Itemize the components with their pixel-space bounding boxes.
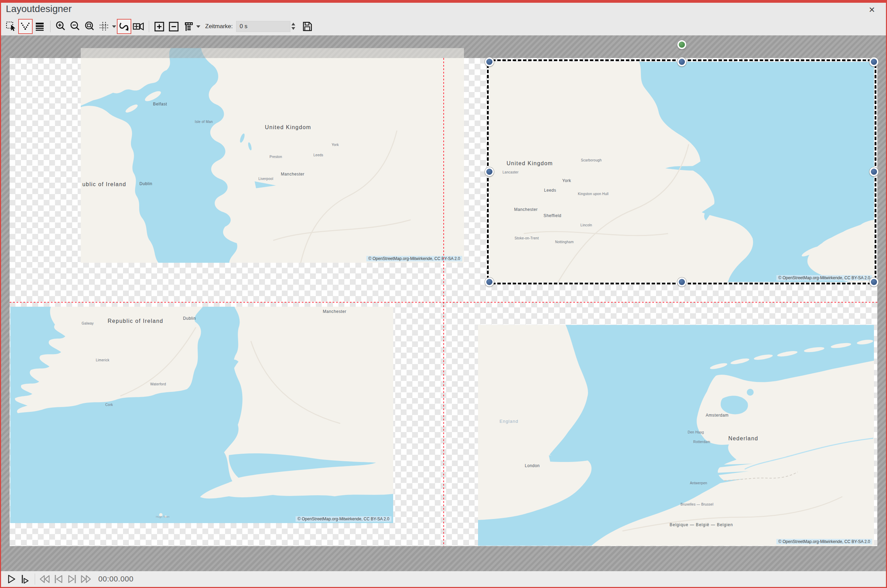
fast-forward-icon (80, 574, 92, 584)
map-labels: Republic of IrelandDublinGalwayLimerickW… (10, 307, 393, 523)
map-label: England (499, 418, 518, 423)
map-label: Manchester (281, 172, 305, 177)
resize-handle-ne[interactable] (869, 57, 878, 66)
properties-tool-button[interactable] (181, 19, 195, 34)
selection-border[interactable] (489, 62, 874, 282)
map-label: Nederland (728, 435, 758, 442)
minus-square-icon (168, 21, 180, 32)
grid-icon (98, 21, 110, 32)
layers-icon (34, 21, 46, 32)
select-icon (5, 21, 17, 32)
properties-dropdown-arrow[interactable] (195, 19, 201, 34)
map-label: Hugh Town (156, 515, 170, 518)
curve-icon (118, 21, 130, 32)
map-label: Leeds (313, 153, 323, 157)
camera-pan-icon (132, 21, 145, 32)
resize-handle-n[interactable] (677, 57, 686, 66)
layoutdesigner-window: Layoutdesigner × (0, 0, 887, 588)
play-button[interactable] (5, 572, 18, 586)
layers-tool-button[interactable] (33, 19, 47, 34)
map-labels: United Kingdomublic of IrelandBelfastDub… (81, 48, 464, 263)
window-accent-bar (1, 0, 886, 3)
map-label: Belfast (153, 102, 167, 106)
map-label: Manchester (323, 309, 346, 314)
step-back-button[interactable] (51, 572, 65, 586)
resize-handle-s[interactable] (677, 278, 686, 286)
map-label: Liverpool (259, 177, 273, 181)
fast-forward-button[interactable] (79, 572, 93, 586)
save-icon (301, 21, 313, 32)
zeitmarke-input[interactable] (236, 21, 290, 32)
step-forward-button[interactable] (65, 572, 79, 586)
map-object-top-left[interactable]: United Kingdomublic of IrelandBelfastDub… (81, 48, 464, 263)
play-icon (6, 574, 17, 584)
map-label: Dublin (140, 182, 153, 186)
map-label: Preston (269, 155, 282, 159)
rotate-handle[interactable] (677, 40, 686, 49)
grid-dropdown-arrow[interactable] (111, 19, 117, 34)
map-label: Cork (105, 402, 113, 406)
map-label: Limerick (96, 358, 110, 362)
resize-handle-nw[interactable] (485, 57, 494, 66)
map-label: Amsterdam (705, 413, 729, 418)
map-label: Waterford (150, 382, 166, 386)
map-label: ublic of Ireland (82, 182, 126, 188)
map-label: Isle of Man (195, 120, 213, 123)
map-object-bottom-left[interactable]: Republic of IrelandDublinGalwayLimerickW… (10, 307, 393, 523)
close-icon[interactable]: × (866, 4, 878, 16)
play-from-marker-button[interactable] (18, 572, 32, 586)
resize-handle-w[interactable] (485, 167, 494, 176)
save-button[interactable] (300, 19, 314, 34)
resize-handle-se[interactable] (869, 278, 878, 286)
resize-handle-sw[interactable] (485, 278, 494, 286)
resize-handle-e[interactable] (869, 167, 878, 176)
point-select-icon (20, 21, 31, 32)
layout-canvas[interactable]: United Kingdomublic of IrelandBelfastDub… (1, 35, 886, 571)
rewind-icon (39, 574, 51, 584)
map-label: United Kingdom (265, 124, 311, 130)
map-label: Republic of Ireland (108, 318, 163, 324)
map-object-bottom-right[interactable]: EnglandLondonAmsterdamDen HaagRotterdamN… (478, 325, 874, 546)
play-from-marker-icon (20, 574, 30, 584)
map-label: Rotterdam (693, 440, 710, 444)
toolbar-separator (50, 21, 51, 32)
add-tool-button[interactable] (152, 19, 167, 34)
map-label: Galway (81, 321, 93, 325)
map-attribution: © OpenStreetMap.org-Mitwirkende, CC BY-S… (296, 516, 391, 522)
zeitmarke-spinner[interactable] (292, 22, 295, 30)
spin-down-icon[interactable] (292, 27, 295, 30)
center-guide-horizontal (10, 302, 877, 303)
toolbar-separator (149, 21, 149, 32)
zoom-fit-tool-button[interactable] (83, 19, 97, 34)
step-back-icon (53, 574, 63, 584)
map-label: Dublin (183, 316, 196, 321)
titlebar: Layoutdesigner × (1, 3, 886, 17)
remove-tool-button[interactable] (167, 19, 181, 34)
map-label: London (525, 464, 540, 468)
map-attribution: © OpenStreetMap.org-Mitwirkende, CC BY-S… (366, 256, 462, 261)
toolbar: Zeitmarke: (1, 17, 886, 35)
zoom-in-icon (55, 21, 67, 32)
playback-time: 00:00.000 (98, 574, 133, 584)
spin-up-icon[interactable] (292, 22, 295, 26)
step-forward-icon (67, 574, 77, 584)
window-title: Layoutdesigner (6, 3, 72, 14)
map-label: Den Haag (688, 430, 704, 434)
camera-pan-tool-button[interactable] (131, 19, 146, 34)
playback-bar: 00:00.000 (1, 571, 886, 587)
map-label: Antwerpen (690, 481, 707, 484)
zoom-in-tool-button[interactable] (54, 19, 68, 34)
zoom-out-icon (69, 21, 81, 32)
point-select-tool-button[interactable] (18, 19, 33, 34)
zeitmarke-label: Zeitmarke: (205, 23, 233, 30)
plus-square-icon (153, 21, 165, 32)
rewind-button[interactable] (38, 572, 51, 586)
map-labels: EnglandLondonAmsterdamDen HaagRotterdamN… (478, 325, 874, 546)
map-label: Bruxelles — Brussel (681, 502, 713, 506)
grid-tool-button[interactable] (97, 19, 111, 34)
select-tool-button[interactable] (4, 19, 18, 34)
zoom-out-tool-button[interactable] (68, 19, 83, 34)
map-label: York (332, 143, 339, 147)
page-boundary-overlay (81, 48, 464, 58)
curve-tool-button[interactable] (117, 19, 131, 34)
